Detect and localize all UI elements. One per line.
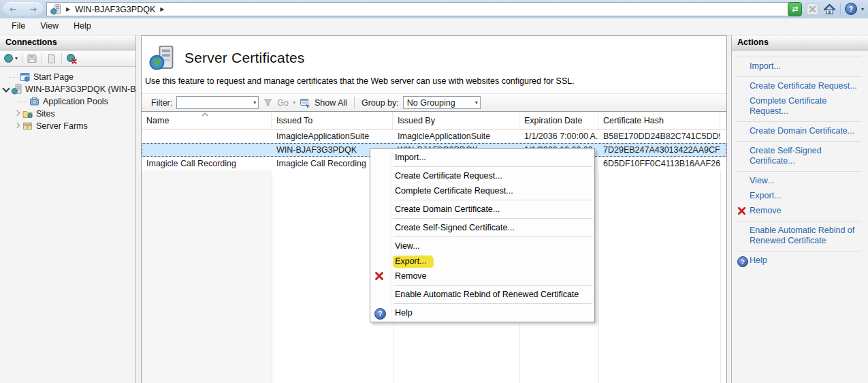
breadcrumb-server[interactable]: WIN-BJAF3G3PDQK xyxy=(75,5,155,14)
chevron-down-icon[interactable]: ▾ xyxy=(253,99,256,106)
iis-manager-window: ← → ▶ WIN-BJAF3G3PDQK ▶ ▾ File View Help… xyxy=(0,0,868,383)
menu-separator xyxy=(393,166,592,167)
chevron-down-icon[interactable]: ▾ xyxy=(861,6,864,12)
cell-expiration-date: 1/1/2036 7:00:00 A... xyxy=(519,132,598,141)
page-title: Server Certificates xyxy=(184,50,305,66)
group-by-value: No Grouping xyxy=(407,98,455,108)
tree-item-application-pools[interactable]: Application Pools xyxy=(0,95,135,108)
breadcrumb-arrow-icon[interactable]: ▶ xyxy=(66,6,70,12)
menu-view[interactable]: View xyxy=(33,18,66,35)
menu-item-help[interactable]: Help xyxy=(370,305,594,320)
action-create-self-signed-certificate[interactable]: Create Self-Signed Certificate... xyxy=(737,144,861,169)
server-farms-icon xyxy=(22,121,33,132)
column-header-issued-to[interactable]: Issued To xyxy=(272,112,393,129)
home-icon[interactable] xyxy=(823,3,836,16)
connections-toolbar: ▾ xyxy=(0,50,135,67)
back-icon[interactable]: ← xyxy=(10,5,17,14)
tree-item-server-farms[interactable]: Server Farms xyxy=(0,120,135,132)
application-pools-icon xyxy=(29,96,40,107)
chevron-down-icon: ▾ xyxy=(293,99,295,106)
connections-header: Connections xyxy=(0,35,135,50)
filter-funnel-icon xyxy=(263,97,273,108)
create-connection-button[interactable]: ▾ xyxy=(3,52,18,65)
menu-separator xyxy=(393,236,592,237)
menu-bar: File View Help xyxy=(0,18,868,35)
tree-item-start-page[interactable]: Start Page xyxy=(0,71,135,83)
start-page-icon xyxy=(19,72,31,82)
address-bar[interactable]: ▶ WIN-BJAF3G3PDQK ▶ xyxy=(46,2,794,16)
group-by-dropdown[interactable]: No Grouping ▾ xyxy=(403,96,481,109)
action-enable-automatic-rebind[interactable]: Enable Automatic Rebind of Renewed Certi… xyxy=(737,224,861,249)
server-icon xyxy=(50,4,61,15)
menu-separator xyxy=(393,303,592,304)
stop-icon-disabled xyxy=(806,3,819,16)
forward-icon[interactable]: → xyxy=(29,5,37,14)
action-export[interactable]: Export... xyxy=(737,189,861,204)
feature-description: Use this feature to request and manage c… xyxy=(145,76,726,87)
tree-item-label: WIN-BJAF3G3PDQK (WIN-BJA xyxy=(25,85,135,94)
menu-file[interactable]: File xyxy=(4,18,33,35)
divider xyxy=(354,97,355,108)
menu-item-create-certificate-request[interactable]: Create Certificate Request... xyxy=(370,168,594,183)
tree-item-label: Server Farms xyxy=(36,121,88,131)
menu-item-create-domain-certificate[interactable]: Create Domain Certificate... xyxy=(370,202,594,217)
name-column-shade xyxy=(142,170,272,383)
filter-input[interactable]: ▾ xyxy=(176,96,259,109)
filter-label: Filter: xyxy=(151,98,172,108)
connections-tree: Start Page WIN-BJAF3G3PDQK (WIN-BJA Appl… xyxy=(0,67,135,132)
column-header-certificate-hash[interactable]: Certificate Hash xyxy=(598,112,720,129)
show-all-button[interactable]: Show All xyxy=(315,98,347,108)
chevron-expanded-icon[interactable] xyxy=(3,86,10,93)
remove-x-icon xyxy=(737,206,746,215)
globe-icon xyxy=(3,53,14,64)
chevron-collapsed-icon[interactable] xyxy=(14,123,20,129)
menu-separator xyxy=(393,218,592,219)
action-import[interactable]: Import... xyxy=(737,59,861,74)
column-header-issued-by[interactable]: Issued By xyxy=(393,112,519,129)
connections-panel: Connections ▾ xyxy=(0,35,136,383)
delete-connection-button[interactable] xyxy=(65,52,78,65)
group-by-label: Group by: xyxy=(361,98,399,108)
tree-item-label: Start Page xyxy=(33,72,74,82)
chevron-collapsed-icon[interactable] xyxy=(14,110,20,117)
refresh-icon[interactable] xyxy=(788,2,802,16)
action-label: Help xyxy=(750,256,767,265)
divider xyxy=(737,221,861,221)
help-icon xyxy=(737,256,748,267)
menu-help[interactable]: Help xyxy=(66,18,99,35)
menu-item-complete-certificate-request[interactable]: Complete Certificate Request... xyxy=(370,183,594,198)
tree-item-sites[interactable]: Sites xyxy=(0,108,135,120)
action-create-domain-certificate[interactable]: Create Domain Certificate... xyxy=(737,124,861,139)
tree-guide xyxy=(10,77,18,78)
certificate-context-menu: Import... Create Certificate Request... … xyxy=(370,148,595,322)
cell-issued-to: ImagicleApplicationSuite xyxy=(272,132,393,141)
menu-separator xyxy=(393,285,592,286)
action-create-certificate-request[interactable]: Create Certificate Request... xyxy=(737,79,861,94)
menu-item-label: Help xyxy=(395,308,413,318)
action-help[interactable]: Help xyxy=(737,254,861,269)
menu-item-create-self-signed-certificate[interactable]: Create Self-Signed Certificate... xyxy=(370,220,594,235)
chevron-down-icon[interactable]: ▾ xyxy=(475,99,478,106)
go-button-disabled: Go xyxy=(277,98,289,108)
column-header-expiration-date[interactable]: Expiration Date xyxy=(519,112,598,129)
action-remove[interactable]: Remove xyxy=(737,204,861,219)
breadcrumb-arrow-icon[interactable]: ▶ xyxy=(160,6,164,12)
menu-item-view[interactable]: View... xyxy=(370,239,594,254)
yellow-highlight: Export... xyxy=(393,256,434,269)
tree-item-server[interactable]: WIN-BJAF3G3PDQK (WIN-BJA xyxy=(0,83,135,95)
navigation-buttons: ← → xyxy=(3,2,43,16)
menu-item-enable-automatic-rebind[interactable]: Enable Automatic Rebind of Renewed Certi… xyxy=(370,287,594,302)
cell-certificate-hash: 6D5DF10FF0C4113B16AAF268... xyxy=(598,159,720,168)
menu-item-export-highlighted[interactable]: Export... xyxy=(370,254,594,269)
action-complete-certificate-request[interactable]: Complete Certificate Request... xyxy=(737,94,861,119)
menu-item-import[interactable]: Import... xyxy=(370,150,594,165)
menu-item-remove[interactable]: Remove xyxy=(370,269,594,284)
tree-item-label: Sites xyxy=(36,109,55,119)
action-view[interactable]: View... xyxy=(737,174,861,189)
table-row[interactable]: ImagicleApplicationSuite ImagicleApplica… xyxy=(142,129,726,143)
show-all-icon xyxy=(300,97,310,108)
help-icon[interactable] xyxy=(845,3,857,15)
divider xyxy=(737,141,861,142)
page-icon xyxy=(46,53,57,64)
tree-item-label: Application Pools xyxy=(43,97,108,106)
